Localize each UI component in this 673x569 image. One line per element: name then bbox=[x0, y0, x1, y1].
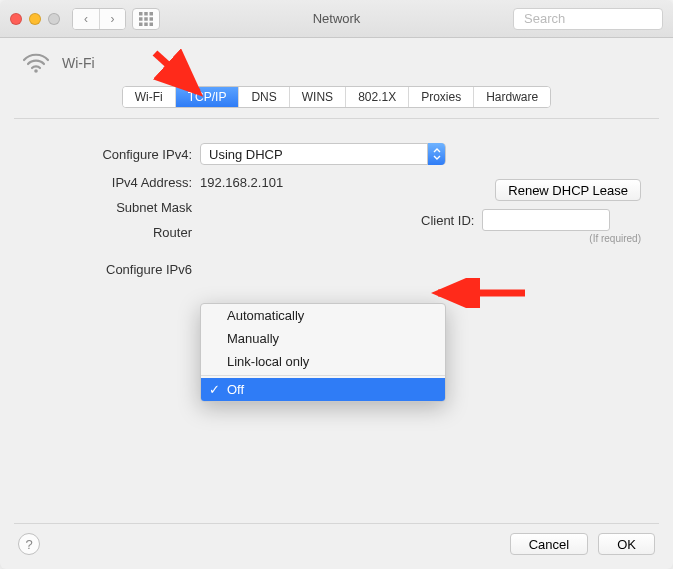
tabs: Wi-Fi TCP/IP DNS WINS 802.1X Proxies Har… bbox=[122, 86, 551, 108]
wifi-icon bbox=[22, 52, 50, 74]
dhcp-client-id-hint: (If required) bbox=[421, 233, 641, 244]
footer: ? Cancel OK bbox=[0, 519, 673, 569]
dhcp-client-id-input[interactable] bbox=[482, 209, 610, 231]
service-name: Wi-Fi bbox=[62, 55, 95, 71]
svg-point-11 bbox=[34, 69, 38, 73]
nav-back-forward: ‹ › bbox=[72, 8, 126, 30]
tab-wifi[interactable]: Wi-Fi bbox=[123, 87, 175, 107]
tab-dns[interactable]: DNS bbox=[238, 87, 288, 107]
tab-tcpip[interactable]: TCP/IP bbox=[175, 87, 239, 107]
configure-ipv4-label: Configure IPv4: bbox=[32, 147, 192, 162]
configure-ipv4-value: Using DHCP bbox=[209, 147, 283, 162]
svg-rect-4 bbox=[144, 17, 148, 21]
ipv6-option-manually[interactable]: Manually bbox=[201, 327, 445, 350]
tcpip-pane: Configure IPv4: Using DHCP IPv4 Address:… bbox=[14, 118, 659, 524]
ok-button[interactable]: OK bbox=[598, 533, 655, 555]
tab-hardware[interactable]: Hardware bbox=[473, 87, 550, 107]
ipv6-option-automatically[interactable]: Automatically bbox=[201, 304, 445, 327]
svg-rect-8 bbox=[150, 22, 154, 26]
ipv6-option-link-local[interactable]: Link-local only bbox=[201, 350, 445, 373]
svg-rect-6 bbox=[139, 22, 143, 26]
ipv6-option-off[interactable]: Off bbox=[201, 378, 445, 401]
search-input[interactable] bbox=[524, 11, 673, 26]
svg-rect-3 bbox=[139, 17, 143, 21]
svg-rect-1 bbox=[144, 12, 148, 16]
dhcp-client-id-group: Client ID: (If required) bbox=[421, 209, 641, 244]
svg-rect-7 bbox=[144, 22, 148, 26]
minimize-window-icon[interactable] bbox=[29, 13, 41, 25]
back-button[interactable]: ‹ bbox=[73, 9, 99, 29]
configure-ipv6-label: Configure IPv6 bbox=[32, 262, 192, 277]
cancel-button[interactable]: Cancel bbox=[510, 533, 588, 555]
tab-proxies[interactable]: Proxies bbox=[408, 87, 473, 107]
window-controls bbox=[10, 13, 60, 25]
tab-wins[interactable]: WINS bbox=[289, 87, 345, 107]
svg-rect-2 bbox=[150, 12, 154, 16]
show-all-button[interactable] bbox=[132, 8, 160, 30]
ipv4-address-label: IPv4 Address: bbox=[32, 175, 192, 190]
search-field[interactable] bbox=[513, 8, 663, 30]
service-header: Wi-Fi bbox=[0, 38, 673, 78]
titlebar: ‹ › Network bbox=[0, 0, 673, 38]
forward-button[interactable]: › bbox=[99, 9, 125, 29]
network-preferences-window: ‹ › Network bbox=[0, 0, 673, 569]
configure-ipv6-menu[interactable]: Automatically Manually Link-local only O… bbox=[200, 303, 446, 402]
svg-rect-0 bbox=[139, 12, 143, 16]
subnet-mask-label: Subnet Mask bbox=[32, 200, 192, 215]
tab-8021x[interactable]: 802.1X bbox=[345, 87, 408, 107]
menu-divider bbox=[201, 375, 445, 376]
configure-ipv4-select[interactable]: Using DHCP bbox=[200, 143, 446, 165]
zoom-window-icon bbox=[48, 13, 60, 25]
close-window-icon[interactable] bbox=[10, 13, 22, 25]
grid-icon bbox=[139, 12, 153, 26]
svg-rect-5 bbox=[150, 17, 154, 21]
router-label: Router bbox=[32, 225, 192, 240]
dhcp-client-id-label: Client ID: bbox=[421, 213, 474, 228]
renew-dhcp-button[interactable]: Renew DHCP Lease bbox=[495, 179, 641, 201]
chevron-updown-icon bbox=[427, 143, 445, 165]
help-button[interactable]: ? bbox=[18, 533, 40, 555]
